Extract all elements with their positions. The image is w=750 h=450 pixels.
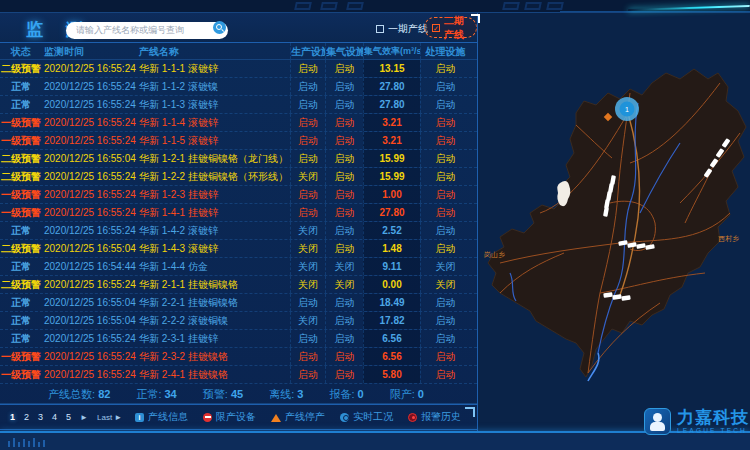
column-header: 集气设施	[325, 43, 363, 59]
time-cell: 2020/12/25 16:55:04	[42, 240, 137, 257]
production-facility-cell: 关闭	[290, 222, 325, 239]
ban-circle-icon	[203, 413, 212, 422]
gas-facility-cell: 启动	[325, 348, 363, 365]
efficiency-cell: 18.49	[363, 294, 420, 311]
legend-button[interactable]: 实时工况	[340, 410, 393, 424]
summary-item: 报备: 0	[329, 384, 363, 403]
phase1-checkbox[interactable]: 一期产线	[376, 22, 428, 36]
table-row[interactable]: 正常2020/12/25 16:54:44华新 1-4-4 仿金关闭关闭9.11…	[0, 258, 477, 276]
line-name-cell: 华新 2-2-1 挂镀铜镍铬	[137, 294, 290, 311]
next-page-button[interactable]: ►	[80, 413, 88, 422]
time-cell: 2020/12/25 16:55:24	[42, 366, 137, 383]
legend-button[interactable]: 限产设备	[203, 410, 256, 424]
page-button[interactable]: 3	[38, 412, 43, 422]
line-name-cell: 华新 2-1-1 挂镀铜镍铬	[137, 276, 290, 293]
info-square-icon: i	[135, 413, 144, 422]
decor-block	[294, 2, 312, 10]
gas-facility-cell: 启动	[325, 366, 363, 383]
status-cell: 正常	[0, 294, 42, 311]
table-row[interactable]: 正常2020/12/25 16:55:04华新 2-2-1 挂镀铜镍铬启动启动1…	[0, 294, 477, 312]
treatment-facility-cell: 启动	[420, 312, 470, 329]
table-row[interactable]: 一级预警2020/12/25 16:55:24华新 1-1-5 滚镀锌启动启动3…	[0, 132, 477, 150]
table-row[interactable]: 一级预警2020/12/25 16:55:24华新 2-4-1 挂镀镍铬启动启动…	[0, 366, 477, 384]
legend-button[interactable]: 产线停产	[271, 410, 325, 424]
table-body: 二级预警2020/12/25 16:55:24华新 1-1-1 滚镀锌启动启动1…	[0, 60, 477, 384]
page-button[interactable]: 1	[10, 412, 15, 422]
status-cell: 二级预警	[0, 150, 42, 167]
warning-triangle-icon	[271, 414, 281, 422]
gas-facility-cell: 启动	[325, 222, 363, 239]
legend-button[interactable]: 报警历史	[408, 410, 461, 424]
status-cell: 一级预警	[0, 132, 42, 149]
search-icon[interactable]	[213, 21, 226, 34]
summary-item: 产线总数: 82	[48, 384, 110, 403]
table-row[interactable]: 一级预警2020/12/25 16:55:24华新 1-2-3 挂镀锌启动启动1…	[0, 186, 477, 204]
page-button[interactable]: 4	[52, 412, 57, 422]
time-cell: 2020/12/25 16:55:24	[42, 276, 137, 293]
production-facility-cell: 关闭	[290, 258, 325, 275]
table-row[interactable]: 二级预警2020/12/25 16:55:04华新 1-2-1 挂镀铜镍铬（龙门…	[0, 150, 477, 168]
efficiency-cell: 3.21	[363, 132, 420, 149]
efficiency-cell: 9.11	[363, 258, 420, 275]
time-cell: 2020/12/25 16:55:24	[42, 60, 137, 77]
column-header: 处理设施	[420, 43, 470, 59]
table-panel: 状态监测时间产线名称生产设施集气设施集气效率(m³/s)处理设施 二级预警202…	[0, 43, 478, 431]
table-row[interactable]: 二级预警2020/12/25 16:55:04华新 1-4-3 滚镀锌关闭启动1…	[0, 240, 477, 258]
treatment-facility-cell: 启动	[420, 204, 470, 221]
pagination: 12345►Last ►	[0, 412, 122, 422]
table-row[interactable]: 正常2020/12/25 16:55:24华新 1-1-2 滚镀镍启动启动27.…	[0, 78, 477, 96]
table-row[interactable]: 二级预警2020/12/25 16:55:24华新 1-2-2 挂镀铜镍铬（环形…	[0, 168, 477, 186]
line-name-cell: 华新 2-3-2 挂镀镍铬	[137, 348, 290, 365]
legend-button[interactable]: i产线信息	[135, 410, 188, 424]
production-facility-cell: 关闭	[290, 240, 325, 257]
table-row[interactable]: 一级预警2020/12/25 16:55:24华新 1-1-4 滚镀锌启动启动3…	[0, 114, 477, 132]
efficiency-cell: 13.15	[363, 60, 420, 77]
table-row[interactable]: 二级预警2020/12/25 16:55:24华新 2-1-1 挂镀铜镍铬关闭关…	[0, 276, 477, 294]
line-name-cell: 华新 1-2-2 挂镀铜镍铬（环形线）	[137, 168, 290, 185]
line-name-cell: 华新 1-4-2 滚镀锌	[137, 222, 290, 239]
table-row[interactable]: 正常2020/12/25 16:55:24华新 1-4-2 滚镀锌关闭启动2.5…	[0, 222, 477, 240]
treatment-facility-cell: 启动	[420, 366, 470, 383]
region-map[interactable]: 1 岗山乡 西村乡	[480, 43, 750, 431]
decor-block	[546, 2, 564, 10]
gear-icon	[340, 413, 349, 422]
table-row[interactable]: 正常2020/12/25 16:55:24华新 2-3-1 挂镀锌启动启动6.5…	[0, 330, 477, 348]
production-facility-cell: 启动	[290, 114, 325, 131]
summary-value: 0	[418, 388, 424, 400]
time-cell: 2020/12/25 16:55:04	[42, 150, 137, 167]
gas-facility-cell: 启动	[325, 150, 363, 167]
summary-value: 3	[297, 388, 303, 400]
gas-facility-cell: 启动	[325, 294, 363, 311]
summary-label: 产线总数:	[48, 388, 98, 400]
table-row[interactable]: 正常2020/12/25 16:55:04华新 2-2-2 滚镀铜镍关闭启动17…	[0, 312, 477, 330]
line-name-cell: 华新 1-1-4 滚镀锌	[137, 114, 290, 131]
treatment-facility-cell: 启动	[420, 114, 470, 131]
production-facility-cell: 启动	[290, 78, 325, 95]
page-button[interactable]: 5	[66, 412, 71, 422]
treatment-facility-cell: 启动	[420, 60, 470, 77]
page-button[interactable]: 2	[24, 412, 29, 422]
map-label: 西村乡	[718, 235, 739, 243]
column-header: 生产设施	[290, 43, 325, 59]
time-cell: 2020/12/25 16:55:24	[42, 168, 137, 185]
phase2-button[interactable]: ✓ 二期产线	[424, 17, 477, 38]
map-cluster-marker[interactable]: 1	[615, 97, 639, 121]
last-page-button[interactable]: Last ►	[97, 413, 122, 422]
summary-item: 正常: 34	[136, 384, 176, 403]
status-cell: 一级预警	[0, 186, 42, 203]
table-row[interactable]: 一级预警2020/12/25 16:55:24华新 2-3-2 挂镀镍铬启动启动…	[0, 348, 477, 366]
decor-block	[346, 2, 364, 10]
treatment-facility-cell: 启动	[420, 78, 470, 95]
table-row[interactable]: 正常2020/12/25 16:55:24华新 1-1-3 滚镀锌启动启动27.…	[0, 96, 477, 114]
search-input[interactable]	[66, 22, 228, 39]
status-cell: 二级预警	[0, 276, 42, 293]
line-name-cell: 华新 2-2-2 滚镀铜镍	[137, 312, 290, 329]
treatment-facility-cell: 启动	[420, 240, 470, 257]
summary-value: 45	[231, 388, 243, 400]
line-name-cell: 华新 1-4-4 仿金	[137, 258, 290, 275]
gas-facility-cell: 启动	[325, 132, 363, 149]
time-cell: 2020/12/25 16:55:24	[42, 114, 137, 131]
table-row[interactable]: 二级预警2020/12/25 16:55:24华新 1-1-1 滚镀锌启动启动1…	[0, 60, 477, 78]
table-row[interactable]: 一级预警2020/12/25 16:55:24华新 1-4-1 挂镀锌启动启动2…	[0, 204, 477, 222]
gas-facility-cell: 启动	[325, 114, 363, 131]
